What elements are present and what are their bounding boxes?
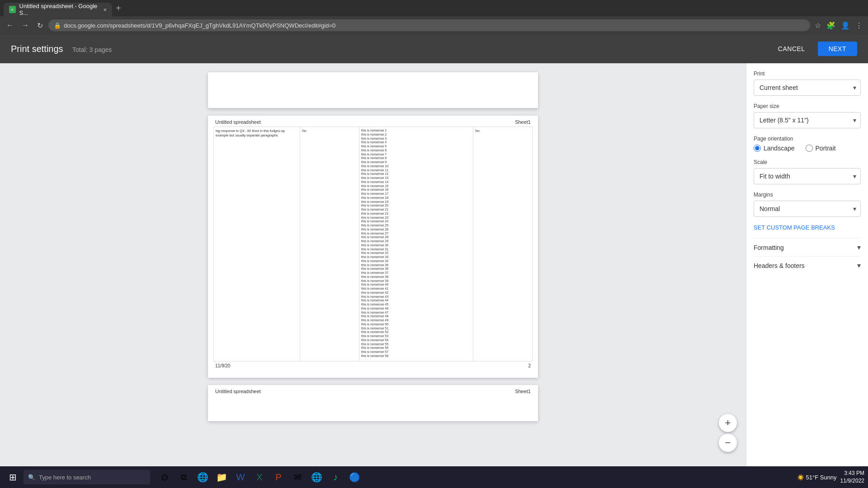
preview-area: Untitled spreadsheet Sheet1 big response… [0,63,746,488]
bottom-sheet: Sheet1 [515,389,531,394]
list-item: this is nonsense 50 [361,323,471,327]
tab-close-button[interactable]: × [103,6,107,13]
col4-no: No [475,129,530,133]
header-title-group: Print settings Total: 3 pages [11,44,112,54]
scale-label: Scale [754,159,861,165]
profile-icon[interactable]: 👤 [839,19,852,32]
portrait-label: Portrait [816,145,836,152]
formatting-label: Formatting [754,244,784,251]
taskbar-app-browser[interactable]: 🌐 [307,468,326,486]
list-item: this is nonsense 21 [361,208,471,212]
browser-window: + Untitled spreadsheet - Google S... × +… [0,0,868,34]
list-item: this is nonsense 15 [361,184,471,188]
list-item: this is nonsense 37 [361,271,471,275]
list-item: this is nonsense 32 [361,251,471,255]
search-placeholder: Type here to search [39,474,91,481]
taskbar-app-chrome[interactable]: 🔵 [345,468,363,486]
address-bar[interactable]: 🔒 docs.google.com/spreadsheets/d/1V9_p6v… [48,19,810,31]
list-item: this is nonsense 6 [361,149,471,153]
list-item: this is nonsense 42 [361,291,471,295]
list-item: this is nonsense 54 [361,338,471,343]
landscape-radio[interactable] [754,145,761,152]
clock: 3:43 PM 11/9/2022 [840,469,864,485]
extensions-icon[interactable]: 🧩 [825,19,837,32]
list-item: this is nonsense 55 [361,343,471,347]
list-item: this is nonsense 44 [361,299,471,303]
scale-select[interactable]: Fit to width [754,168,861,184]
zoom-controls: + − [719,414,737,452]
page-header: Untitled spreadsheet Sheet1 [208,116,538,127]
zoom-in-button[interactable]: + [719,414,737,432]
taskbar-app-mail[interactable]: ✉ [288,468,307,486]
taskbar-apps: ⊙ ⧉ 🌐 📁 W X P ✉ 🌐 ♪ 🔵 [156,468,363,486]
landscape-option[interactable]: Landscape [754,145,795,152]
list-item: this is nonsense 26 [361,228,471,232]
page-footer: 11/9/20 2 [208,361,538,370]
list-item: this is nonsense 7 [361,153,471,157]
lock-icon: 🔒 [54,22,61,29]
taskbar-app-taskview[interactable]: ⧉ [175,468,193,486]
list-item: this is nonsense 35 [361,263,471,267]
list-item: this is nonsense 57 [361,350,471,354]
start-button[interactable]: ⊞ [4,468,22,486]
taskbar-app-spotify[interactable]: ♪ [326,468,344,486]
taskbar-app-excel[interactable]: X [250,468,269,486]
col2: No [300,127,359,361]
next-button[interactable]: NEXT [818,42,857,56]
portrait-option[interactable]: Portrait [806,145,836,152]
search-icon: 🔍 [28,474,35,481]
list-item: this is nonsense 53 [361,334,471,338]
paper-size-select[interactable]: Letter (8.5" x 11") [754,112,861,128]
taskbar-right: ☀️ 51°F Sunny 3:43 PM 11/9/2022 [797,469,864,485]
col1-text: big response to Q3 - 60 lines in this fu… [216,129,298,138]
paper-size-select-wrapper: Letter (8.5" x 11") ▾ [754,112,861,128]
page-number: 2 [528,363,531,368]
sidebar: Print Current sheet ▾ Paper size Letter … [746,63,868,488]
taskbar-app-explorer[interactable]: 📁 [212,468,231,486]
refresh-button[interactable]: ↻ [34,19,46,32]
tab-bar: + Untitled spreadsheet - Google S... × + [0,0,868,16]
back-button[interactable]: ← [4,19,16,31]
custom-page-breaks-link[interactable]: SET CUSTOM PAGE BREAKS [754,224,861,231]
page-date: 11/9/20 [215,363,230,368]
page-preview-bottom: Untitled spreadsheet Sheet1 [208,385,538,421]
portrait-radio[interactable] [806,145,813,152]
formatting-section[interactable]: Formatting ▾ [754,238,861,256]
tab-favicon: + [9,6,16,13]
page-subtitle: Total: 3 pages [72,46,112,53]
list-item: this is nonsense 19 [361,200,471,204]
list-item: this is nonsense 23 [361,216,471,220]
bookmark-icon[interactable]: ☆ [813,19,823,32]
new-tab-button[interactable]: + [112,3,125,14]
tab-title: Untitled spreadsheet - Google S... [19,3,100,16]
margins-select-wrapper: Normal ▾ [754,201,861,217]
header-actions: CANCEL NEXT [771,42,857,56]
menu-icon[interactable]: ⋮ [854,19,864,32]
list-item: this is nonsense 28 [361,235,471,239]
weather-text: 51°F Sunny [806,474,837,481]
print-label: Print [754,70,861,77]
taskbar-app-edge[interactable]: 🌐 [193,468,212,486]
zoom-out-button[interactable]: − [719,434,737,452]
page-preview-main: Untitled spreadsheet Sheet1 big response… [208,116,538,378]
list-item: this is nonsense 11 [361,169,471,173]
taskbar-app-powerpoint[interactable]: P [269,468,288,486]
list-item: this is nonsense 5 [361,145,471,149]
spreadsheet-title: Untitled spreadsheet [215,119,261,125]
list-item: this is nonsense 52 [361,330,471,334]
taskbar-search[interactable]: 🔍 Type here to search [24,470,150,484]
list-item: this is nonsense 12 [361,172,471,176]
bottom-page-header: Untitled spreadsheet Sheet1 [208,385,538,396]
list-item: this is nonsense 29 [361,239,471,244]
active-tab[interactable]: + Untitled spreadsheet - Google S... × [4,3,112,16]
cancel-button[interactable]: CANCEL [771,42,812,56]
list-item: this is nonsense 49 [361,319,471,323]
print-select[interactable]: Current sheet [754,80,861,96]
landscape-label: Landscape [764,145,795,152]
margins-select[interactable]: Normal [754,201,861,217]
headers-footers-section[interactable]: Headers & footers ▾ [754,256,861,274]
forward-button[interactable]: → [19,19,32,31]
taskbar-app-cortana[interactable]: ⊙ [156,468,174,486]
taskbar-app-word[interactable]: W [231,468,250,486]
list-item: this is nonsense 34 [361,259,471,263]
